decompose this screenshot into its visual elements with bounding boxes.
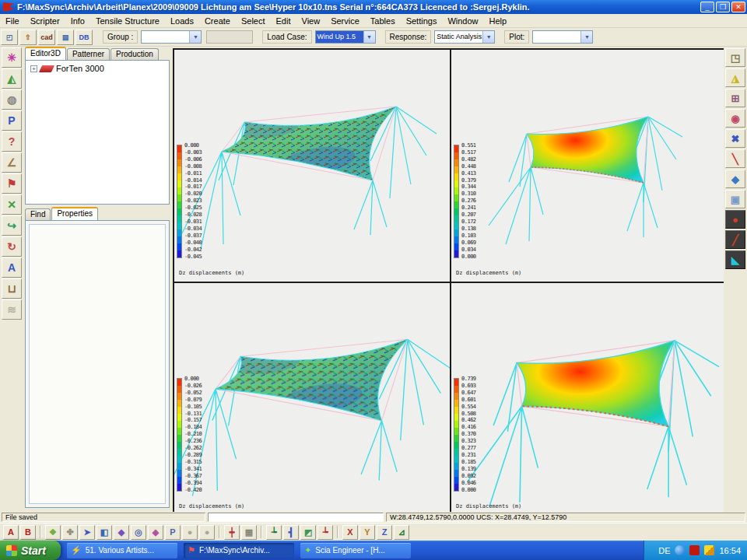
load-case-select[interactable]: Wind Up 1.5 ▼	[315, 30, 376, 44]
snap-mesh-icon[interactable]: ❖	[45, 525, 61, 540]
cad-import-icon[interactable]: cad	[38, 30, 55, 45]
chevron-down-icon[interactable]: ▼	[189, 31, 201, 43]
zoom-window-icon[interactable]: ⊞	[725, 89, 745, 107]
database-icon[interactable]: DB	[75, 30, 93, 45]
menu-item[interactable]: Tables	[365, 16, 401, 26]
ucs-view-icon[interactable]: ◩	[300, 525, 316, 540]
menu-item[interactable]: Settings	[401, 16, 443, 26]
app-tray-icon[interactable]	[689, 545, 700, 555]
bend-arrow-icon[interactable]: ↪	[2, 215, 22, 236]
viewport-bottom-right[interactable]: 0.7390.6930.6470.6010.5540.5080.4620.416…	[451, 283, 727, 515]
snap-solid-icon[interactable]: ◆	[114, 525, 129, 540]
ucs-face-icon[interactable]: ┫	[283, 525, 299, 540]
pan-cross-icon[interactable]: ✖	[725, 129, 745, 148]
save-icon[interactable]: ▤	[57, 30, 74, 45]
snap-disc-b-icon[interactable]: ●	[199, 525, 215, 540]
menu-item[interactable]: Select	[236, 16, 271, 26]
snap-monitor-icon[interactable]: ◧	[96, 525, 112, 540]
menu-item[interactable]: File	[0, 16, 25, 26]
menu-item[interactable]: Service	[325, 16, 365, 26]
task-forten[interactable]: ⚑ F:\MaxSync\Archiv...	[184, 543, 294, 558]
tab-properties[interactable]: Properties	[51, 207, 98, 220]
menu-item[interactable]: Scripter	[25, 16, 65, 26]
chevron-down-icon[interactable]: ▼	[363, 31, 375, 43]
snap-sphere-icon[interactable]: ◈	[148, 525, 163, 540]
tab-find[interactable]: Find	[25, 208, 51, 220]
restore-button[interactable]: ❒	[716, 2, 730, 12]
menu-item[interactable]: Loads	[165, 16, 199, 26]
legend-value: -0.131	[184, 411, 202, 418]
orbit-view-icon[interactable]: ◆	[725, 170, 745, 188]
snap-point-icon[interactable]: P	[165, 525, 181, 540]
trash-icon[interactable]: ⊔	[2, 278, 22, 299]
group-select[interactable]: ▼	[141, 30, 202, 44]
query-help-icon[interactable]: ?	[2, 131, 22, 152]
tab-production[interactable]: Production	[110, 48, 159, 60]
command-input[interactable]	[208, 513, 384, 522]
sketch-disabled-icon[interactable]: ≋	[2, 299, 22, 320]
axis-z-icon[interactable]: Z	[377, 525, 392, 540]
render-sphere-icon[interactable]: ●	[725, 210, 745, 229]
viewport-layout-icon[interactable]: ▣	[725, 190, 745, 208]
viewport-top-right[interactable]: 0.5510.5170.4820.4480.4130.3790.3440.310…	[451, 50, 727, 282]
menu-item[interactable]: Create	[199, 16, 236, 26]
vertex-b-icon[interactable]: B	[20, 525, 36, 540]
menu-item[interactable]: Help	[484, 16, 513, 26]
import-icon[interactable]: ⇧	[19, 30, 37, 45]
flag-tool-icon[interactable]: ⚑	[2, 173, 22, 194]
legend-value: 0.448	[461, 163, 476, 170]
material-preview-icon[interactable]: ◣	[725, 250, 745, 269]
text-circle-icon[interactable]: A	[2, 257, 22, 278]
vertex-a-icon[interactable]: A	[3, 525, 19, 540]
axis-y-icon[interactable]: Y	[359, 525, 375, 540]
tree-item-forten[interactable]: + ForTen 3000	[26, 61, 169, 73]
start-button[interactable]: Start	[0, 541, 61, 560]
new-drawing-icon[interactable]: ◰	[1, 30, 18, 45]
menu-item[interactable]: Edit	[271, 16, 296, 26]
title-bar: F:\MaxSync\Archiv\Arbeit\Planex\2009\090…	[0, 0, 747, 14]
task-winamp[interactable]: ⚡ 51. Various Artists...	[67, 543, 177, 558]
node-snap-icon[interactable]: ┿	[224, 525, 240, 540]
menu-item[interactable]: Info	[65, 16, 90, 26]
materials-star-icon[interactable]: ✳	[2, 47, 22, 68]
measure-icon[interactable]: ∠	[2, 152, 22, 173]
grid-snap-icon[interactable]: ▦	[241, 525, 257, 540]
color-legend: 0.7390.6930.6470.6010.5540.5080.4620.416…	[454, 378, 476, 493]
tree-expander-icon[interactable]: +	[30, 65, 37, 72]
dome-mesh-icon[interactable]: ◍	[2, 89, 22, 110]
view-3d-box-icon[interactable]: ◳	[725, 48, 745, 67]
axis-iso-icon[interactable]: ⊿	[394, 525, 409, 540]
snap-surface-icon[interactable]: ✤	[62, 525, 78, 540]
chevron-down-icon[interactable]: ▼	[482, 31, 494, 43]
response-select[interactable]: Static Analysis Re ▼	[434, 30, 495, 44]
intersect-icon[interactable]: ✕	[2, 194, 22, 215]
task-scia[interactable]: ✦ Scia Engineer - [H...	[300, 543, 411, 558]
axis-x-icon[interactable]: X	[342, 525, 358, 540]
menu-item[interactable]: Window	[442, 16, 483, 26]
menu-item[interactable]: View	[296, 16, 326, 26]
viewport-bottom-left[interactable]: 0.000-0.026-0.052-0.079-0.105-0.131-0.15…	[174, 283, 450, 515]
zoom-object-icon[interactable]: ◉	[725, 109, 745, 128]
light-ray-icon[interactable]: ╱	[725, 230, 745, 249]
shaded-view-icon[interactable]: ◮	[725, 68, 745, 87]
tab-patterner[interactable]: Patterner	[67, 48, 110, 60]
viewport-top-left[interactable]: 0.000-0.003-0.006-0.008-0.011-0.014-0.01…	[174, 50, 450, 282]
winamp-tray-icon[interactable]	[704, 545, 714, 555]
point-properties-icon[interactable]: P	[2, 110, 22, 131]
ucs-entity-icon[interactable]: ┶	[317, 525, 333, 540]
swap-circle-icon[interactable]: ↻	[2, 236, 22, 257]
language-indicator[interactable]: DE	[658, 546, 670, 555]
chevron-down-icon[interactable]: ▼	[580, 31, 592, 43]
close-button[interactable]: ✕	[731, 2, 745, 12]
plot-select[interactable]: ▼	[532, 30, 593, 44]
tab-editor3d[interactable]: Editor3D	[25, 47, 66, 60]
mesh-cone-icon[interactable]: ◭	[2, 68, 22, 89]
ucs-world-icon[interactable]: ┶	[266, 525, 282, 540]
section-line-icon[interactable]: ╲	[725, 149, 745, 168]
snap-disc-a-icon[interactable]: ●	[182, 525, 198, 540]
update-tray-icon[interactable]	[675, 545, 685, 555]
select-arrow-icon[interactable]: ➤	[79, 525, 95, 540]
snap-ellipse-icon[interactable]: ◎	[131, 525, 146, 540]
minimize-button[interactable]: _	[700, 2, 714, 12]
menu-item[interactable]: Tensile Structure	[90, 16, 165, 26]
